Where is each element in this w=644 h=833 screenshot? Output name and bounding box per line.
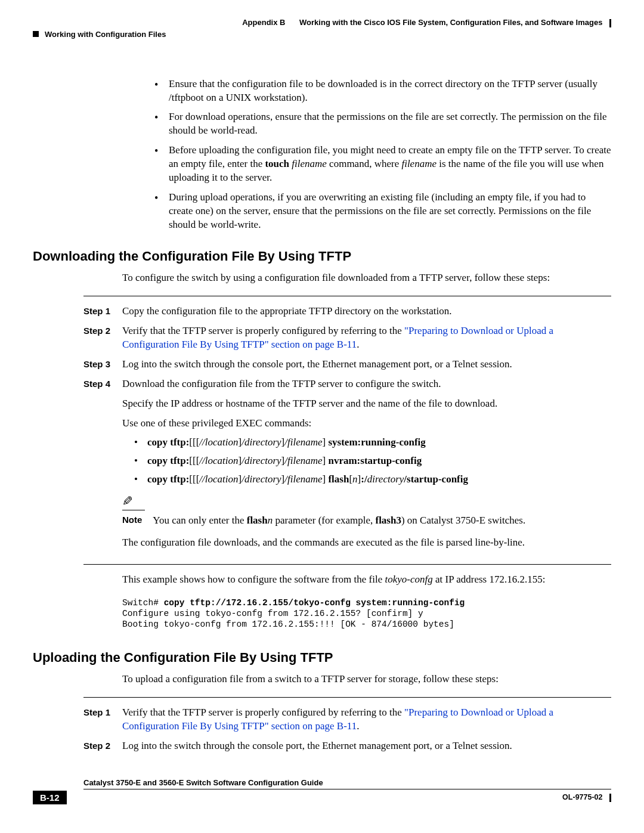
step4-p3: Use one of these privileged EXEC command… bbox=[122, 417, 611, 431]
step4-p2: Specify the IP address or hostname of th… bbox=[122, 397, 611, 411]
step-label: Step 1 bbox=[83, 305, 122, 318]
step-row: Step 2 Verify that the TFTP server is pr… bbox=[83, 324, 611, 352]
step-body: Verify that the TFTP server is properly … bbox=[122, 324, 611, 352]
page-number: B-12 bbox=[33, 791, 67, 804]
section-heading-download: Downloading the Configuration File By Us… bbox=[33, 249, 611, 264]
footer-rule-icon bbox=[609, 794, 611, 802]
example-block: This example shows how to configure the … bbox=[122, 573, 611, 630]
footer-guide-title: Catalyst 3750-E and 3560-E Switch Softwa… bbox=[83, 778, 323, 787]
square-bullet-icon bbox=[33, 31, 39, 37]
example-intro: This example shows how to configure the … bbox=[122, 573, 611, 587]
step-label: Step 2 bbox=[83, 739, 122, 753]
page-footer: Catalyst 3750-E and 3560-E Switch Softwa… bbox=[33, 777, 611, 804]
note-text: You can only enter the flashn parameter … bbox=[153, 514, 525, 528]
after-note-text: The configuration file downloads, and th… bbox=[122, 536, 611, 550]
divider bbox=[83, 564, 611, 565]
step-body: Log into the switch through the console … bbox=[122, 739, 611, 753]
step-body: Log into the switch through the console … bbox=[122, 358, 611, 371]
command-item: copy tftp:[[[//location]/directory]/file… bbox=[133, 454, 611, 468]
upload-intro: To upload a configuration file from a sw… bbox=[122, 673, 611, 686]
step-body: Copy the configuration file to the appro… bbox=[122, 305, 611, 318]
step-row: Step 2 Log into the switch through the c… bbox=[83, 739, 611, 753]
command-list: copy tftp:[[[//location]/directory]/file… bbox=[122, 436, 611, 487]
header-appendix-title: Appendix B Working with the Cisco IOS Fi… bbox=[33, 18, 611, 27]
step-body: Verify that the TFTP server is properly … bbox=[122, 706, 611, 733]
step-label: Step 4 bbox=[83, 377, 122, 556]
step-body: Download the configuration file from the… bbox=[122, 377, 611, 556]
document-page: Appendix B Working with the Cisco IOS Fi… bbox=[0, 0, 644, 822]
command-item: copy tftp:[[[//location]/directory]/file… bbox=[133, 436, 611, 450]
step-label: Step 3 bbox=[83, 358, 122, 371]
header-section-row: Working with Configuration Files bbox=[33, 30, 611, 39]
list-item: Ensure that the configuration file to be… bbox=[152, 78, 611, 105]
step4-p1: Download the configuration file from the… bbox=[122, 377, 611, 391]
note-label: Note bbox=[122, 514, 142, 528]
upload-intro-block: To upload a configuration file from a sw… bbox=[122, 673, 611, 686]
list-item: During upload operations, if you are ove… bbox=[152, 191, 611, 232]
list-item: Before uploading the configuration file,… bbox=[152, 144, 611, 185]
section-heading-upload: Uploading the Configuration File By Usin… bbox=[33, 650, 611, 665]
header-section: Working with Configuration Files bbox=[45, 30, 166, 39]
step-row: Step 3 Log into the switch through the c… bbox=[83, 358, 611, 371]
note-underline: ✎ bbox=[122, 493, 145, 510]
pencil-icon: ✎ bbox=[122, 493, 133, 510]
appendix-title: Working with the Cisco IOS File System, … bbox=[299, 18, 602, 27]
note-block: ✎ Note You can only enter the flashn par… bbox=[122, 493, 611, 528]
step-label: Step 2 bbox=[83, 324, 122, 352]
step-row: Step 4 Download the configuration file f… bbox=[83, 377, 611, 556]
footer-docid: OL-9775-02 bbox=[562, 793, 611, 802]
top-bullet-list: Ensure that the configuration file to be… bbox=[33, 78, 611, 232]
command-item: copy tftp:[[[//location]/directory]/file… bbox=[133, 473, 611, 487]
list-item: For download operations, ensure that the… bbox=[152, 110, 611, 138]
step-row: Step 1 Verify that the TFTP server is pr… bbox=[83, 706, 611, 733]
appendix-label: Appendix B bbox=[242, 18, 285, 27]
header-rule-icon bbox=[609, 19, 611, 27]
page-header: Appendix B Working with the Cisco IOS Fi… bbox=[33, 18, 611, 27]
step-label: Step 1 bbox=[83, 706, 122, 733]
download-intro-block: To configure the switch by using a confi… bbox=[122, 271, 611, 285]
divider bbox=[83, 697, 611, 698]
code-block: Switch# copy tftp://172.16.2.155/tokyo-c… bbox=[122, 597, 611, 630]
step-row: Step 1 Copy the configuration file to th… bbox=[83, 305, 611, 318]
divider bbox=[83, 296, 611, 296]
download-intro: To configure the switch by using a confi… bbox=[122, 271, 611, 285]
